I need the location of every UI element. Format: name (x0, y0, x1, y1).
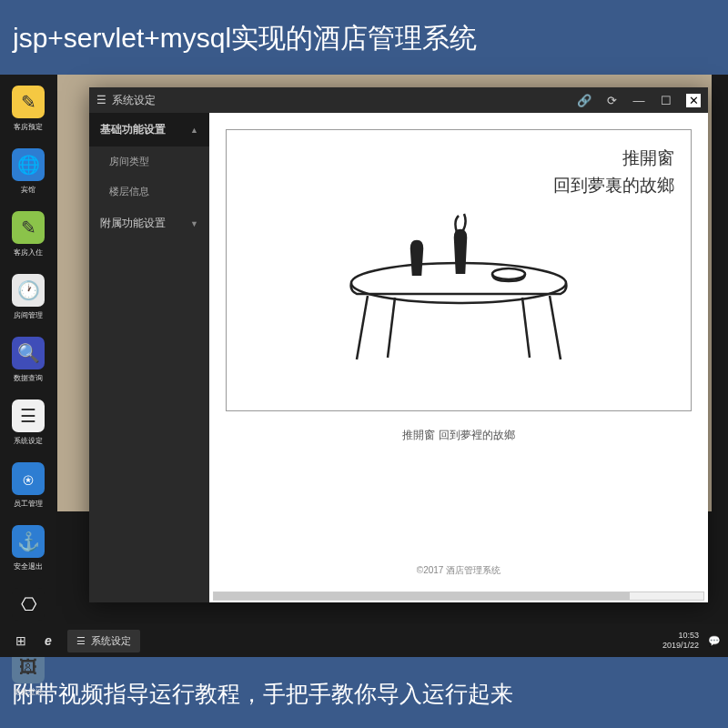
desktop-icons-column: ✎客房预定🌐宾馆✎客房入住🕐房间管理🔍数据查询☰系统设定⍟员工管理⚓安全退出⎔更… (7, 86, 49, 697)
svg-point-5 (492, 268, 525, 279)
taskbar: ⊞ e ☰ 系统设定 10:53 2019/1/22 💬 (0, 624, 728, 657)
desktop-icon-5[interactable]: ☰系统设定 (7, 399, 49, 446)
browser-icon[interactable]: e (35, 627, 62, 654)
sidebar: 基础功能设置▲房间类型楼层信息附属功能设置▼ (89, 113, 209, 602)
poem-text: 推開窗 回到夢裏的故鄉 (553, 145, 674, 200)
titlebar[interactable]: ☰ 系统设定 🔗 ⟳ — ☐ ✕ (89, 87, 708, 113)
sidebar-item-0-0[interactable]: 房间类型 (89, 147, 209, 177)
desktop-icon-2[interactable]: ✎客房入住 (7, 211, 49, 258)
svg-line-1 (357, 296, 368, 359)
refresh-icon[interactable]: ⟳ (604, 94, 619, 107)
notification-icon[interactable]: 💬 (708, 635, 721, 647)
maximize-icon[interactable]: ☐ (659, 94, 673, 107)
start-button[interactable]: ⊞ (7, 627, 35, 654)
desktop-icon-9[interactable]: 🖼更换壁纸 (7, 651, 49, 697)
taskbar-app-label: 系统设定 (91, 634, 131, 648)
horizontal-scrollbar[interactable] (213, 592, 704, 601)
svg-line-2 (388, 298, 395, 358)
desktop-icon-1[interactable]: 🌐宾馆 (7, 148, 49, 195)
desktop-icon-6[interactable]: ⍟员工管理 (7, 462, 49, 509)
bottom-banner: 附带视频指导运行教程，手把手教你导入运行起来 (0, 657, 728, 728)
table-drawing-icon (331, 212, 586, 367)
system-settings-window: ☰ 系统设定 🔗 ⟳ — ☐ ✕ 基础功能设置▲房间类型楼层信息附属功能设置▼ … (89, 87, 708, 602)
illustration-card: 推開窗 回到夢裏的故鄉 (226, 129, 692, 411)
content-area: 推開窗 回到夢裏的故鄉 (209, 113, 708, 602)
sidebar-section-1[interactable]: 附属功能设置▼ (89, 207, 209, 240)
scrollbar-thumb[interactable] (214, 592, 630, 600)
desktop-icon-0[interactable]: ✎客房预定 (7, 86, 49, 132)
link-icon[interactable]: 🔗 (577, 94, 592, 107)
desktop-area: ✎客房预定🌐宾馆✎客房入住🕐房间管理🔍数据查询☰系统设定⍟员工管理⚓安全退出⎔更… (0, 75, 728, 657)
copyright-text: ©2017 酒店管理系统 (209, 564, 708, 577)
clock[interactable]: 10:53 2019/1/22 (662, 631, 699, 651)
close-icon[interactable]: ✕ (686, 94, 701, 107)
taskbar-app-icon: ☰ (76, 635, 86, 647)
desktop-icon-3[interactable]: 🕐房间管理 (7, 274, 49, 320)
svg-line-4 (550, 296, 561, 359)
top-banner: jsp+servlet+mysql实现的酒店管理系统 (0, 0, 728, 75)
minimize-icon[interactable]: — (632, 94, 646, 107)
svg-line-3 (522, 298, 530, 358)
window-title: 系统设定 (112, 93, 156, 108)
desktop-icon-4[interactable]: 🔍数据查询 (7, 337, 49, 383)
taskbar-app[interactable]: ☰ 系统设定 (67, 630, 140, 652)
caption-text: 推開窗 回到夢裡的故鄉 (209, 428, 708, 443)
desktop-icon-7[interactable]: ⚓安全退出 (7, 525, 49, 571)
sidebar-item-0-1[interactable]: 楼层信息 (89, 177, 209, 207)
window-icon: ☰ (96, 94, 106, 106)
sidebar-section-0[interactable]: 基础功能设置▲ (89, 113, 209, 147)
